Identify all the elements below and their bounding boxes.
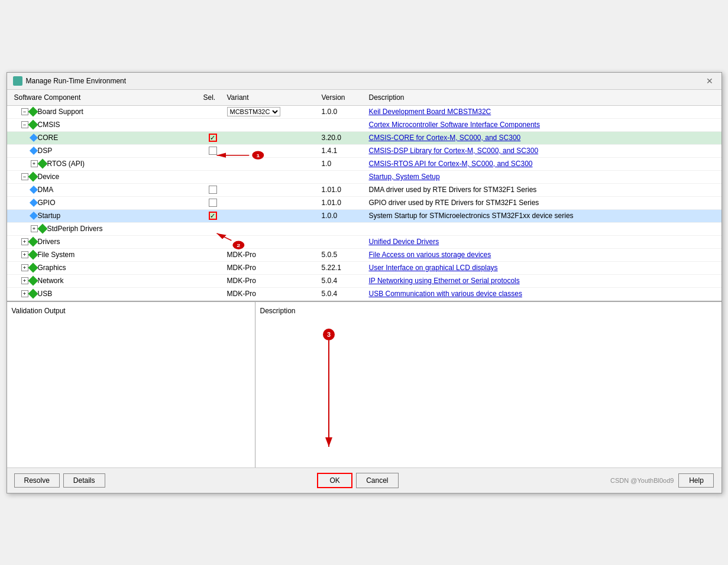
sel-stdperiph [201, 228, 225, 229]
bottom-section: Validation Output Description 3 [7, 302, 721, 467]
ok-button[interactable]: OK [317, 473, 352, 488]
sel-startup[interactable]: ✓ [201, 211, 225, 220]
checkbox-core[interactable]: ✓ [209, 134, 217, 142]
row-dsp[interactable]: DSP 1.4.1 CMSIS-DSP Library for Cortex-M… [7, 145, 721, 158]
expand-graphics[interactable]: + [21, 264, 28, 271]
desc-dsp: CMSIS-DSP Library for Cortex-M, SC000, a… [367, 146, 717, 155]
label-usb: + USB [12, 289, 201, 298]
version-drivers [319, 241, 367, 242]
col-description: Description [367, 92, 717, 103]
title-bar: Manage Run-Time Environment ✕ [7, 73, 721, 90]
expand-filesystem[interactable]: + [21, 251, 28, 258]
version-filesystem: 5.0.5 [319, 250, 367, 259]
details-button[interactable]: Details [63, 473, 105, 488]
row-graphics[interactable]: + Graphics MDK-Pro 5.22.1 User Interface… [7, 262, 721, 275]
row-usb[interactable]: + USB MDK-Pro 5.0.4 USB Communication wi… [7, 288, 721, 301]
checkbox-dsp[interactable] [209, 147, 217, 155]
row-rtos[interactable]: + RTOS (API) 1.0 CMSIS-RTOS API for Cort… [7, 158, 721, 171]
help-button[interactable]: Help [678, 473, 714, 488]
desc-rtos: CMSIS-RTOS API for Cortex-M, SC000, and … [367, 159, 717, 168]
variant-drivers [225, 241, 319, 242]
icon-graphics [28, 263, 38, 273]
desc-startup: System Startup for STMicroelectronics ST… [367, 211, 717, 220]
icon-core [29, 134, 37, 142]
label-network: + Network [12, 276, 201, 285]
sel-network [201, 280, 225, 281]
desc-usb: USB Communication with various device cl… [367, 289, 717, 298]
desc-link-drivers[interactable]: Unified Device Drivers [369, 238, 439, 246]
manage-rte-window: Manage Run-Time Environment ✕ Software C… [7, 72, 722, 493]
row-drivers[interactable]: + Drivers Unified Device Drivers [7, 236, 721, 249]
icon-board-support [28, 107, 38, 117]
col-variant: Variant [225, 92, 319, 103]
expand-device[interactable]: − [21, 173, 28, 180]
desc-cmsis: Cortex Microcontroller Software Interfac… [367, 120, 717, 129]
row-gpio[interactable]: GPIO 1.01.0 GPIO driver used by RTE Driv… [7, 197, 721, 210]
expand-drivers[interactable]: + [21, 238, 28, 245]
desc-link-network[interactable]: IP Networking using Ethernet or Serial p… [369, 277, 520, 285]
label-dsp: DSP [12, 146, 201, 155]
sel-core[interactable]: ✓ [201, 133, 225, 142]
desc-graphics: User Interface on graphical LCD displays [367, 263, 717, 272]
icon-startup [29, 212, 37, 220]
sel-usb [201, 293, 225, 294]
row-startup[interactable]: Startup ✓ 1.0.0 System Startup for STMic… [7, 210, 721, 223]
sel-dsp[interactable] [201, 146, 225, 155]
label-drivers: + Drivers [12, 237, 201, 246]
sel-filesystem [201, 254, 225, 255]
expand-usb[interactable]: + [21, 290, 28, 297]
expand-rtos[interactable]: + [31, 160, 38, 167]
icon-dsp [29, 147, 37, 155]
icon-filesystem [28, 250, 38, 260]
icon-usb [28, 289, 38, 299]
resolve-button[interactable]: Resolve [14, 473, 60, 488]
row-filesystem[interactable]: + File System MDK-Pro 5.0.5 File Access … [7, 249, 721, 262]
desc-link-device[interactable]: Startup, System Setup [369, 173, 440, 181]
row-device[interactable]: − Device Startup, System Setup [7, 171, 721, 184]
checkbox-gpio[interactable] [209, 199, 217, 207]
svg-text:3: 3 [326, 331, 330, 338]
row-stdperiph[interactable]: + StdPeriph Drivers [7, 223, 721, 236]
cancel-button[interactable]: Cancel [356, 473, 398, 488]
desc-link-core[interactable]: CMSIS-CORE for Cortex-M, SC000, and SC30… [369, 134, 521, 142]
version-device [319, 176, 367, 177]
desc-stdperiph [367, 228, 717, 229]
label-startup: Startup [12, 211, 201, 220]
desc-link-filesystem[interactable]: File Access on various storage devices [369, 251, 491, 259]
expand-stdperiph[interactable]: + [31, 225, 38, 232]
row-cmsis[interactable]: − CMSIS Cortex Microcontroller Software … [7, 119, 721, 132]
close-button[interactable]: ✕ [704, 76, 716, 86]
col-version: Version [319, 92, 367, 103]
checkbox-startup[interactable]: ✓ [209, 212, 217, 220]
icon-cmsis [28, 120, 38, 130]
sel-rtos [201, 163, 225, 164]
version-graphics: 5.22.1 [319, 263, 367, 272]
row-network[interactable]: + Network MDK-Pro 5.0.4 IP Networking us… [7, 275, 721, 288]
version-board-support: 1.0.0 [319, 107, 367, 116]
label-dma: DMA [12, 185, 201, 194]
desc-link-graphics[interactable]: User Interface on graphical LCD displays [369, 264, 498, 272]
variant-device [225, 176, 319, 177]
desc-gpio: GPIO driver used by RTE Drivers for STM3… [367, 198, 717, 207]
variant-select-board-support[interactable]: MCBSTM32C [227, 107, 280, 116]
desc-link-rtos[interactable]: CMSIS-RTOS API for Cortex-M, SC000, and … [369, 160, 533, 168]
desc-link-board-support[interactable]: Keil Development Board MCBSTM32C [369, 108, 491, 116]
expand-board-support[interactable]: − [21, 108, 28, 115]
col-sel: Sel. [201, 92, 225, 103]
row-dma[interactable]: DMA 1.01.0 DMA driver used by RTE Driver… [7, 184, 721, 197]
label-cmsis: − CMSIS [12, 120, 201, 129]
expand-cmsis[interactable]: − [21, 121, 28, 128]
row-core[interactable]: CORE ✓ 3.20.0 CMSIS-CORE for Cortex-M, S… [7, 132, 721, 145]
column-headers: Software Component Sel. Variant Version … [7, 90, 721, 106]
sel-gpio[interactable] [201, 198, 225, 207]
desc-link-dsp[interactable]: CMSIS-DSP Library for Cortex-M, SC000, a… [369, 147, 539, 155]
desc-link-usb[interactable]: USB Communication with various device cl… [369, 290, 522, 298]
expand-network[interactable]: + [21, 277, 28, 284]
sel-dma[interactable] [201, 185, 225, 194]
desc-link-cmsis[interactable]: Cortex Microcontroller Software Interfac… [369, 121, 540, 129]
variant-gpio [225, 202, 319, 203]
validation-title: Validation Output [12, 307, 250, 315]
row-board-support[interactable]: − Board Support MCBSTM32C 1.0.0 Keil Dev… [7, 106, 721, 119]
checkbox-dma[interactable] [209, 186, 217, 194]
label-graphics: + Graphics [12, 263, 201, 272]
